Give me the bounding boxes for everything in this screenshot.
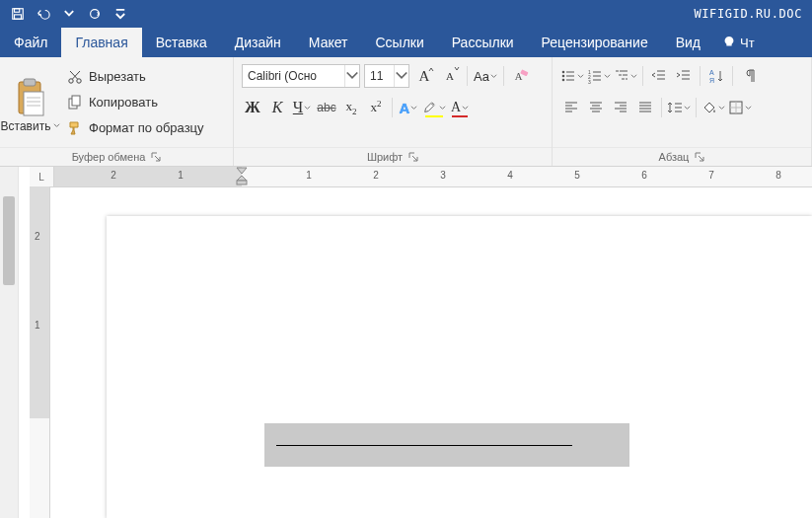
svg-text:A: A: [709, 69, 714, 76]
chevron-down-icon: [718, 105, 725, 111]
underline-button[interactable]: Ч: [291, 97, 313, 118]
chevron-down-icon: [53, 122, 60, 129]
qat-customize[interactable]: [109, 3, 132, 25]
ruler-num: 6: [641, 170, 647, 181]
group-clipboard-label: Буфер обмена: [72, 151, 146, 163]
sort-button[interactable]: AЯ: [705, 65, 727, 87]
chevron-down-icon: [439, 105, 446, 111]
superscript-button[interactable]: x2: [365, 97, 387, 118]
tab-design[interactable]: Дизайн: [221, 28, 295, 57]
multilevel-list-button[interactable]: [614, 65, 637, 87]
tab-layout[interactable]: Макет: [295, 28, 362, 57]
ruler-num: 1: [306, 170, 312, 181]
svg-rect-22: [237, 181, 247, 185]
ruler-num: 1: [178, 170, 184, 181]
tab-references[interactable]: Ссылки: [361, 28, 437, 57]
scrollbar-thumb[interactable]: [3, 196, 15, 285]
ruler-h-track: 2 1 1 2 3 4 5 6 7 8: [54, 167, 812, 186]
tab-review[interactable]: Рецензирование: [528, 28, 662, 57]
copy-button[interactable]: Копировать: [63, 91, 227, 114]
align-left-button[interactable]: [560, 97, 582, 118]
clipboard-icon: [15, 78, 46, 117]
chevron-down-icon: [394, 65, 408, 87]
strikethrough-button[interactable]: abc: [316, 97, 337, 118]
group-font-label: Шрифт: [367, 151, 403, 163]
svg-point-13: [562, 71, 565, 74]
font-size-combo[interactable]: 11: [364, 64, 409, 88]
change-case-button[interactable]: Aa: [474, 65, 497, 87]
tab-mailings[interactable]: Рассылки: [438, 28, 528, 57]
ruler-horizontal[interactable]: L 2 1 1 2 3 4 5 6 7 8: [30, 167, 812, 187]
hanging-indent-marker[interactable]: [236, 175, 248, 186]
ruler-num: 2: [373, 170, 379, 181]
copy-icon: [67, 95, 83, 111]
paragraph-launcher[interactable]: [695, 152, 704, 162]
font-color-button[interactable]: A: [449, 97, 471, 118]
tell-me[interactable]: Чт: [714, 28, 763, 57]
show-marks-button[interactable]: [738, 65, 760, 87]
justify-button[interactable]: [634, 97, 656, 118]
ruler-num: 5: [574, 170, 580, 181]
clear-formatting-button[interactable]: A: [510, 65, 532, 87]
font-name-combo[interactable]: Calibri (Осно: [242, 64, 360, 88]
ruler-left-margin: [54, 167, 242, 186]
ruler-top-margin: [30, 186, 49, 418]
numbering-button[interactable]: 123: [587, 65, 611, 87]
bullets-button[interactable]: [560, 65, 584, 87]
ruler-vertical[interactable]: 2 1: [30, 186, 50, 518]
multilevel-icon: [614, 68, 629, 84]
tab-file[interactable]: Файл: [0, 28, 61, 57]
italic-button[interactable]: К: [266, 97, 288, 118]
titlebar: WIFIGID.RU.DOC: [0, 0, 812, 28]
paste-label: Вставить: [1, 119, 51, 133]
decrease-indent-button[interactable]: [648, 65, 670, 87]
cut-label: Вырезать: [89, 69, 146, 84]
shading-button[interactable]: [701, 97, 725, 118]
line-spacing-button[interactable]: [667, 97, 691, 118]
paintbrush-icon: [67, 120, 83, 136]
highlight-button[interactable]: [422, 97, 446, 118]
format-painter-button[interactable]: Формат по образцу: [63, 116, 227, 140]
chevron-down-icon: [490, 73, 497, 80]
subscript-button[interactable]: x2: [340, 97, 362, 118]
font-launcher[interactable]: [408, 152, 418, 162]
chevron-down-icon: [462, 105, 469, 111]
ruler-num: 8: [775, 170, 781, 181]
font-name-value: Calibri (Осно: [243, 69, 344, 83]
caret-up-icon: [428, 66, 434, 72]
ruler-corner[interactable]: L: [30, 167, 54, 186]
ruler-num: 3: [440, 170, 446, 181]
tab-view[interactable]: Вид: [662, 28, 714, 57]
undo-dropdown[interactable]: [57, 3, 81, 25]
sort-icon: AЯ: [708, 68, 724, 84]
bold-button[interactable]: Ж: [242, 97, 263, 118]
outdent-icon: [651, 68, 667, 84]
clipboard-launcher[interactable]: [151, 152, 161, 162]
redo-button[interactable]: [83, 3, 107, 25]
svg-rect-1: [15, 9, 20, 13]
align-right-button[interactable]: [610, 97, 631, 118]
undo-button[interactable]: [32, 3, 55, 25]
document-page[interactable]: [107, 216, 812, 518]
increase-indent-button[interactable]: [673, 65, 695, 87]
chevron-down-icon: [604, 73, 611, 80]
chevron-down-icon: [410, 105, 417, 111]
text-effects-button[interactable]: A: [398, 97, 419, 118]
group-clipboard: Вставить Вырезать Копировать Формат по о…: [0, 57, 234, 166]
svg-point-15: [562, 79, 565, 82]
align-center-button[interactable]: [585, 97, 607, 118]
paste-button[interactable]: Вставить: [0, 57, 61, 147]
group-paragraph-label: Абзац: [659, 151, 690, 163]
borders-button[interactable]: [728, 97, 752, 118]
save-button[interactable]: [6, 3, 30, 25]
shrink-font-button[interactable]: A: [439, 65, 461, 87]
grow-font-button[interactable]: A: [413, 65, 435, 87]
tell-me-label: Чт: [740, 36, 755, 50]
tab-home[interactable]: Главная: [61, 28, 141, 57]
horizontal-line-shape[interactable]: [276, 445, 572, 446]
svg-rect-10: [72, 96, 80, 106]
cut-button[interactable]: Вырезать: [63, 65, 227, 89]
tab-insert[interactable]: Вставка: [142, 28, 221, 57]
group-font: Calibri (Осно 11 A A Aa A Ж К Ч: [234, 57, 553, 166]
vertical-scrollbar[interactable]: [0, 167, 19, 518]
